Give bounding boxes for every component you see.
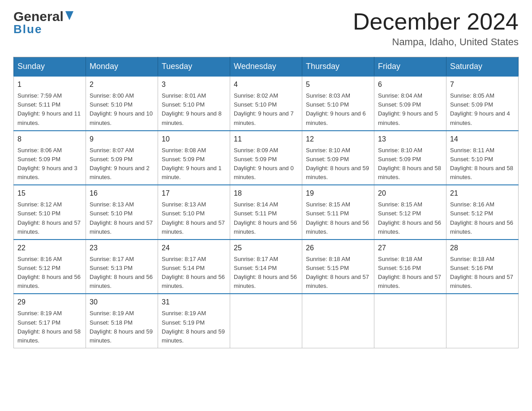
- day-number: 13: [378, 134, 442, 145]
- day-number: 27: [378, 243, 442, 253]
- day-number: 11: [234, 134, 298, 145]
- calendar-cell: 26Sunrise: 8:18 AMSunset: 5:15 PMDayligh…: [302, 240, 374, 294]
- calendar-header-row: SundayMondayTuesdayWednesdayThursdayFrid…: [14, 57, 519, 77]
- day-number: 25: [234, 243, 298, 253]
- calendar-cell: 10Sunrise: 8:08 AMSunset: 5:09 PMDayligh…: [158, 131, 230, 185]
- day-number: 28: [450, 243, 515, 253]
- day-info: Sunrise: 8:10 AMSunset: 5:09 PMDaylight:…: [306, 146, 370, 182]
- day-info: Sunrise: 8:19 AMSunset: 5:18 PMDaylight:…: [90, 309, 154, 345]
- calendar-cell: [374, 294, 446, 348]
- calendar-cell: 5Sunrise: 8:03 AMSunset: 5:10 PMDaylight…: [302, 76, 374, 131]
- calendar-header-friday: Friday: [374, 57, 446, 77]
- calendar-table: SundayMondayTuesdayWednesdayThursdayFrid…: [13, 57, 519, 348]
- calendar-cell: 7Sunrise: 8:05 AMSunset: 5:09 PMDaylight…: [446, 76, 519, 131]
- day-number: 1: [17, 79, 82, 90]
- calendar-cell: 24Sunrise: 8:17 AMSunset: 5:14 PMDayligh…: [158, 240, 230, 294]
- calendar-cell: 21Sunrise: 8:16 AMSunset: 5:12 PMDayligh…: [446, 185, 519, 240]
- calendar-cell: 29Sunrise: 8:19 AMSunset: 5:17 PMDayligh…: [14, 294, 86, 348]
- calendar-cell: 20Sunrise: 8:15 AMSunset: 5:12 PMDayligh…: [374, 185, 446, 240]
- calendar-cell: 3Sunrise: 8:01 AMSunset: 5:10 PMDaylight…: [158, 76, 230, 131]
- calendar-cell: 14Sunrise: 8:11 AMSunset: 5:10 PMDayligh…: [446, 131, 519, 185]
- day-number: 5: [306, 79, 370, 90]
- day-number: 12: [306, 134, 370, 145]
- calendar-cell: 19Sunrise: 8:15 AMSunset: 5:11 PMDayligh…: [302, 185, 374, 240]
- day-number: 31: [162, 297, 226, 308]
- day-number: 3: [162, 79, 226, 90]
- day-info: Sunrise: 8:19 AMSunset: 5:17 PMDaylight:…: [17, 309, 82, 345]
- calendar-cell: 6Sunrise: 8:04 AMSunset: 5:09 PMDaylight…: [374, 76, 446, 131]
- day-info: Sunrise: 8:18 AMSunset: 5:16 PMDaylight:…: [378, 255, 442, 291]
- day-number: 4: [234, 79, 298, 90]
- day-number: 8: [17, 134, 82, 145]
- day-info: Sunrise: 8:00 AMSunset: 5:10 PMDaylight:…: [90, 91, 154, 128]
- logo-text: General: [13, 9, 73, 24]
- day-info: Sunrise: 8:13 AMSunset: 5:10 PMDaylight:…: [90, 200, 154, 236]
- calendar-cell: 9Sunrise: 8:07 AMSunset: 5:09 PMDaylight…: [86, 131, 158, 185]
- calendar-week-row: 8Sunrise: 8:06 AMSunset: 5:09 PMDaylight…: [14, 131, 519, 185]
- day-info: Sunrise: 8:05 AMSunset: 5:09 PMDaylight:…: [450, 91, 515, 128]
- calendar-cell: [230, 294, 302, 348]
- calendar-header-monday: Monday: [86, 57, 158, 77]
- svg-marker-0: [65, 11, 73, 20]
- calendar-cell: 2Sunrise: 8:00 AMSunset: 5:10 PMDaylight…: [86, 76, 158, 131]
- day-number: 30: [90, 297, 154, 308]
- day-number: 19: [306, 188, 370, 199]
- calendar-subtitle: Nampa, Idaho, United States: [353, 36, 519, 48]
- day-number: 20: [378, 188, 442, 199]
- day-info: Sunrise: 8:11 AMSunset: 5:10 PMDaylight:…: [450, 146, 515, 182]
- calendar-cell: [446, 294, 519, 348]
- day-number: 29: [17, 297, 82, 308]
- calendar-week-row: 15Sunrise: 8:12 AMSunset: 5:10 PMDayligh…: [14, 185, 519, 240]
- day-info: Sunrise: 8:17 AMSunset: 5:14 PMDaylight:…: [162, 255, 226, 291]
- day-info: Sunrise: 7:59 AMSunset: 5:11 PMDaylight:…: [17, 91, 82, 128]
- logo-general: General: [13, 9, 64, 24]
- day-number: 17: [162, 188, 226, 199]
- page-wrapper: General Blue December 2024 Nampa, Idaho,…: [13, 9, 519, 348]
- day-number: 15: [17, 188, 82, 199]
- calendar-cell: 23Sunrise: 8:17 AMSunset: 5:13 PMDayligh…: [86, 240, 158, 294]
- day-number: 16: [90, 188, 154, 199]
- day-info: Sunrise: 8:15 AMSunset: 5:11 PMDaylight:…: [306, 200, 370, 236]
- calendar-week-row: 1Sunrise: 7:59 AMSunset: 5:11 PMDaylight…: [14, 76, 519, 131]
- calendar-cell: 17Sunrise: 8:13 AMSunset: 5:10 PMDayligh…: [158, 185, 230, 240]
- day-number: 22: [17, 243, 82, 253]
- calendar-cell: 11Sunrise: 8:09 AMSunset: 5:09 PMDayligh…: [230, 131, 302, 185]
- calendar-cell: 25Sunrise: 8:17 AMSunset: 5:14 PMDayligh…: [230, 240, 302, 294]
- day-info: Sunrise: 8:16 AMSunset: 5:12 PMDaylight:…: [17, 255, 82, 291]
- day-info: Sunrise: 8:18 AMSunset: 5:15 PMDaylight:…: [306, 255, 370, 291]
- calendar-cell: 22Sunrise: 8:16 AMSunset: 5:12 PMDayligh…: [14, 240, 86, 294]
- calendar-cell: 18Sunrise: 8:14 AMSunset: 5:11 PMDayligh…: [230, 185, 302, 240]
- day-number: 9: [90, 134, 154, 145]
- calendar-header-thursday: Thursday: [302, 57, 374, 77]
- day-info: Sunrise: 8:04 AMSunset: 5:09 PMDaylight:…: [378, 91, 442, 128]
- day-info: Sunrise: 8:07 AMSunset: 5:09 PMDaylight:…: [90, 146, 154, 182]
- calendar-cell: [302, 294, 374, 348]
- calendar-cell: 30Sunrise: 8:19 AMSunset: 5:18 PMDayligh…: [86, 294, 158, 348]
- calendar-cell: 27Sunrise: 8:18 AMSunset: 5:16 PMDayligh…: [374, 240, 446, 294]
- calendar-header-sunday: Sunday: [14, 57, 86, 77]
- calendar-cell: 31Sunrise: 8:19 AMSunset: 5:19 PMDayligh…: [158, 294, 230, 348]
- day-info: Sunrise: 8:08 AMSunset: 5:09 PMDaylight:…: [162, 146, 226, 182]
- day-number: 21: [450, 188, 515, 199]
- day-info: Sunrise: 8:13 AMSunset: 5:10 PMDaylight:…: [162, 200, 226, 236]
- calendar-week-row: 22Sunrise: 8:16 AMSunset: 5:12 PMDayligh…: [14, 240, 519, 294]
- day-info: Sunrise: 8:12 AMSunset: 5:10 PMDaylight:…: [17, 200, 82, 236]
- day-number: 2: [90, 79, 154, 90]
- calendar-header-saturday: Saturday: [446, 57, 519, 77]
- day-number: 18: [234, 188, 298, 199]
- day-info: Sunrise: 8:17 AMSunset: 5:14 PMDaylight:…: [234, 255, 298, 291]
- calendar-header-tuesday: Tuesday: [158, 57, 230, 77]
- day-info: Sunrise: 8:14 AMSunset: 5:11 PMDaylight:…: [234, 200, 298, 236]
- logo-blue-text: Blue: [13, 22, 42, 36]
- day-number: 6: [378, 79, 442, 90]
- logo: General Blue: [13, 9, 73, 36]
- calendar-cell: 8Sunrise: 8:06 AMSunset: 5:09 PMDaylight…: [14, 131, 86, 185]
- calendar-cell: 1Sunrise: 7:59 AMSunset: 5:11 PMDaylight…: [14, 76, 86, 131]
- day-number: 7: [450, 79, 515, 90]
- calendar-cell: 4Sunrise: 8:02 AMSunset: 5:10 PMDaylight…: [230, 76, 302, 131]
- calendar-cell: 13Sunrise: 8:10 AMSunset: 5:09 PMDayligh…: [374, 131, 446, 185]
- title-block: December 2024 Nampa, Idaho, United State…: [353, 9, 519, 48]
- day-info: Sunrise: 8:19 AMSunset: 5:19 PMDaylight:…: [162, 309, 226, 345]
- day-info: Sunrise: 8:03 AMSunset: 5:10 PMDaylight:…: [306, 91, 370, 128]
- day-info: Sunrise: 8:10 AMSunset: 5:09 PMDaylight:…: [378, 146, 442, 182]
